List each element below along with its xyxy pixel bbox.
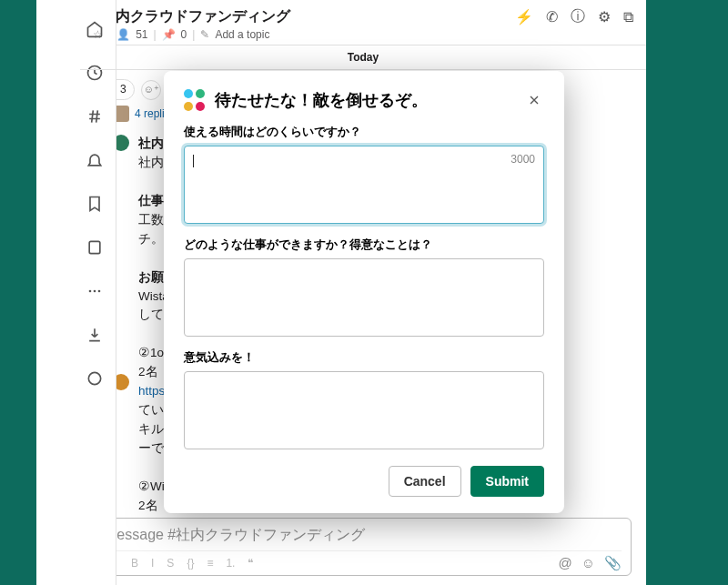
time-available-input[interactable] [184, 146, 544, 224]
dialog-title: 待たせたな！敵を倒せるぞ。 [215, 89, 428, 111]
close-button[interactable] [524, 90, 544, 110]
modal-overlay: 待たせたな！敵を倒せるぞ。 使える時間はどのくらいですか？ 3000 どのような… [0, 0, 728, 585]
submit-button[interactable]: Submit [470, 466, 544, 497]
cancel-button[interactable]: Cancel [389, 466, 461, 497]
skills-input[interactable] [184, 258, 544, 337]
motivation-input[interactable] [184, 371, 544, 449]
dialog: 待たせたな！敵を倒せるぞ。 使える時間はどのくらいですか？ 3000 どのような… [164, 71, 564, 513]
field-label: 意気込みを！ [184, 349, 544, 366]
field-label: どのような仕事ができますか？得意なことは？ [184, 237, 544, 253]
field-label: 使える時間はどのくらいですか？ [184, 124, 544, 140]
text-cursor [193, 155, 194, 167]
app-logo-icon [184, 89, 206, 111]
